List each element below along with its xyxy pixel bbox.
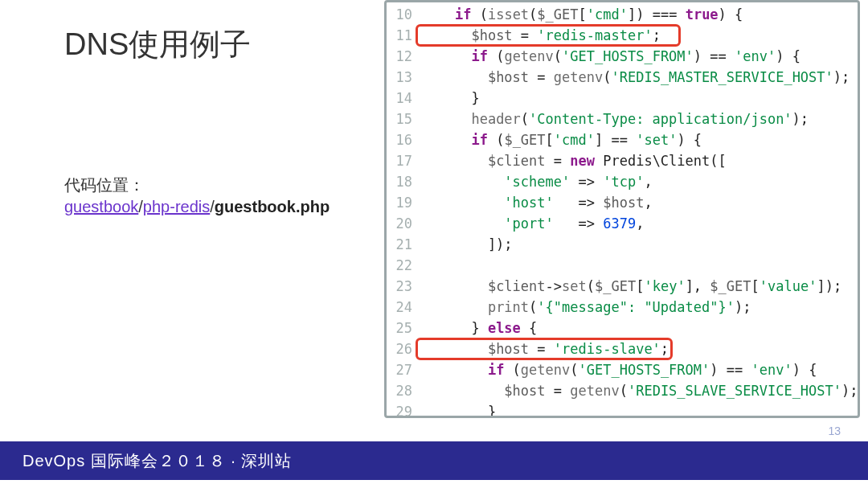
code-location-label: 代码位置： <box>64 174 330 196</box>
footer-bar: DevOps 国际峰会２０１８ · 深圳站 <box>0 441 868 480</box>
code-line: 15 header('Content-Type: application/jso… <box>387 109 858 129</box>
line-number: 29 <box>387 401 419 418</box>
code-line: 11 $host = 'redis-master'; <box>387 25 858 46</box>
line-number: 17 <box>387 150 419 171</box>
line-number: 22 <box>387 255 419 276</box>
path-link-guestbook[interactable]: guestbook <box>64 198 138 215</box>
code-line: 29 } <box>387 401 858 418</box>
code-line: 23 $client->set($_GET['key'], $_GET['val… <box>387 276 858 297</box>
code-line: 18 'scheme' => 'tcp', <box>387 171 858 192</box>
code-content: $client = new Predis\Client([ <box>419 150 727 171</box>
code-line: 22 <box>387 255 858 276</box>
line-number: 26 <box>387 338 419 359</box>
line-number: 16 <box>387 129 419 150</box>
line-number: 20 <box>387 213 419 234</box>
code-content: print('{"message": "Updated"}'); <box>419 297 751 318</box>
code-content: if ($_GET['cmd'] == 'set') { <box>419 129 702 150</box>
line-number: 23 <box>387 276 419 297</box>
code-line: 26 $host = 'redis-slave'; <box>387 338 858 359</box>
code-content: } else { <box>419 318 537 338</box>
code-content: if (getenv('GET_HOSTS_FROM') == 'env') { <box>419 46 800 67</box>
code-content: } <box>419 88 480 109</box>
code-line: 12 if (getenv('GET_HOSTS_FROM') == 'env'… <box>387 46 858 67</box>
line-number: 21 <box>387 234 419 255</box>
code-content: if (isset($_GET['cmd']) === true) { <box>419 4 743 25</box>
code-line: 27 if (getenv('GET_HOSTS_FROM') == 'env'… <box>387 359 858 380</box>
code-path: guestbook/php-redis/guestbook.php <box>64 198 330 215</box>
line-number: 24 <box>387 297 419 318</box>
line-number: 25 <box>387 318 419 338</box>
code-content: if (getenv('GET_HOSTS_FROM') == 'env') { <box>419 359 817 380</box>
code-content: } <box>419 401 496 418</box>
line-number: 12 <box>387 46 419 67</box>
code-content: 'host' => $host, <box>419 192 653 213</box>
code-line: 24 print('{"message": "Updated"}'); <box>387 297 858 318</box>
code-line: 14 } <box>387 88 858 109</box>
line-number: 28 <box>387 380 419 401</box>
code-line: 19 'host' => $host, <box>387 192 858 213</box>
line-number: 19 <box>387 192 419 213</box>
code-content: ]); <box>419 234 513 255</box>
code-content: $host = getenv('REDIS_SLAVE_SERVICE_HOST… <box>419 380 858 401</box>
code-content: $host = getenv('REDIS_MASTER_SERVICE_HOS… <box>419 67 850 88</box>
code-content: header('Content-Type: application/json')… <box>419 109 809 129</box>
page-number: 13 <box>828 425 841 437</box>
code-content: $host = 'redis-slave'; <box>419 338 669 359</box>
path-link-php-redis[interactable]: php-redis <box>143 198 210 215</box>
code-line: 13 $host = getenv('REDIS_MASTER_SERVICE_… <box>387 67 858 88</box>
code-line: 10 if (isset($_GET['cmd']) === true) { <box>387 4 858 25</box>
code-line: 21 ]); <box>387 234 858 255</box>
code-content: 'port' => 6379, <box>419 213 644 234</box>
code-line: 16 if ($_GET['cmd'] == 'set') { <box>387 129 858 150</box>
line-number: 27 <box>387 359 419 380</box>
path-filename: guestbook.php <box>215 198 330 215</box>
line-number: 13 <box>387 67 419 88</box>
code-panel: 10 if (isset($_GET['cmd']) === true) {11… <box>384 0 860 418</box>
code-content: 'scheme' => 'tcp', <box>419 171 653 192</box>
code-line: 20 'port' => 6379, <box>387 213 858 234</box>
line-number: 15 <box>387 109 419 129</box>
slide-title: DNS使用例子 <box>64 24 251 65</box>
line-number: 10 <box>387 4 419 25</box>
code-content: $host = 'redis-master'; <box>419 25 661 46</box>
line-number: 18 <box>387 171 419 192</box>
line-number: 14 <box>387 88 419 109</box>
code-content: $client->set($_GET['key'], $_GET['value'… <box>419 276 841 297</box>
footer-text: DevOps 国际峰会２０１８ · 深圳站 <box>23 450 292 472</box>
code-line: 25 } else { <box>387 318 858 338</box>
line-number: 11 <box>387 25 419 46</box>
code-line: 17 $client = new Predis\Client([ <box>387 150 858 171</box>
code-location: 代码位置： guestbook/php-redis/guestbook.php <box>64 174 330 216</box>
code-line: 28 $host = getenv('REDIS_SLAVE_SERVICE_H… <box>387 380 858 401</box>
